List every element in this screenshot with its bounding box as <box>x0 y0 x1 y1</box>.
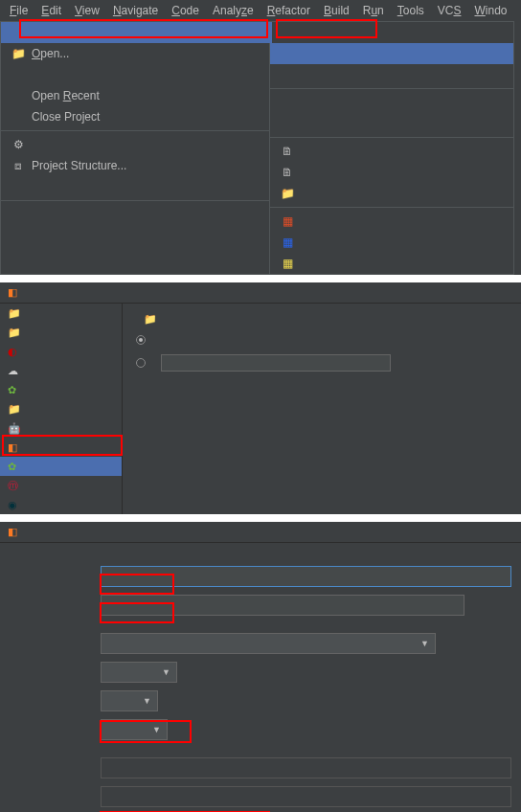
menu-refactor[interactable]: Refactor <box>261 2 316 19</box>
menu-item-from-existing[interactable] <box>270 43 513 64</box>
language-select[interactable]: ▼ <box>101 662 177 683</box>
list-item-intellij-plugin[interactable]: ◧ <box>0 438 122 457</box>
scratch-icon: 🗎 <box>280 166 295 179</box>
menu-item-import-settings[interactable] <box>1 204 272 225</box>
menu-item-other-settings[interactable] <box>1 176 272 197</box>
html-icon: ▦ <box>280 214 295 228</box>
menu-item-project-structure[interactable]: ⧈Project Structure... <box>1 155 272 176</box>
name-value <box>101 786 511 807</box>
menu-screenshot: File Edit View Navigate Code Analyze Ref… <box>0 0 521 275</box>
java-ee-icon: 📁 <box>8 327 21 339</box>
folder-icon: 📁 <box>144 313 157 326</box>
new-project-dialog-1: ◧ 📁 📁 ◐ ☁ ✿ 📁 🤖 ◧ ✿ ⓜ ◉ 📁 <box>0 282 521 514</box>
menu-window[interactable]: Windo <box>468 2 512 19</box>
app-icon: ◧ <box>8 286 17 299</box>
artifact-input[interactable] <box>101 595 464 616</box>
radio-default[interactable] <box>136 335 146 345</box>
menu-tools[interactable]: Tools <box>392 2 430 19</box>
list-item-jboss[interactable]: ◐ <box>0 342 122 361</box>
menu-navigate[interactable]: Navigate <box>107 2 164 19</box>
menu-item-new[interactable] <box>1 22 272 43</box>
folder-icon: 📁 <box>280 187 295 200</box>
file-dropdown: 📁 Open... Open Recent Close Project ⚙ ⧈P… <box>0 21 273 275</box>
menu-item-open-url[interactable] <box>1 64 272 85</box>
menu-item-directory[interactable]: 📁 <box>270 183 513 204</box>
radio-custom[interactable] <box>136 358 146 368</box>
custom-url-input[interactable] <box>161 354 391 372</box>
javaversion-select[interactable]: ▼ <box>101 719 168 740</box>
list-item-gradle[interactable]: ◉ <box>0 495 122 514</box>
list-item-clouds[interactable]: ☁ <box>0 361 122 380</box>
type-select[interactable]: ▼ <box>101 633 436 654</box>
menu-code[interactable]: Code <box>166 2 205 19</box>
chevron-down-icon: ▼ <box>143 696 151 706</box>
section-title <box>0 543 521 562</box>
menu-item-open[interactable]: 📁 Open... <box>1 43 272 64</box>
menu-item-export-settings[interactable] <box>1 225 272 246</box>
menubar: File Edit View Navigate Code Analyze Ref… <box>0 0 521 21</box>
menu-item-js[interactable]: ▦ <box>270 253 513 274</box>
menu-item-project[interactable] <box>270 22 513 43</box>
list-item-android[interactable]: 🤖 <box>0 418 122 438</box>
right-panel: 📁 <box>123 304 521 514</box>
menu-item-open-recent[interactable]: Open Recent <box>1 85 272 106</box>
java-icon: 📁 <box>8 307 21 320</box>
plugin-icon: ◧ <box>8 441 17 454</box>
menu-item-file[interactable]: 🗎 <box>270 141 513 162</box>
gear-icon: ⚙ <box>11 138 26 151</box>
file-icon: 🗎 <box>280 145 295 158</box>
structure-icon: ⧈ <box>11 159 26 172</box>
dialog-title-2: ◧ <box>0 522 521 543</box>
menu-vcs[interactable]: VCS <box>432 2 467 19</box>
app-icon: ◧ <box>8 526 17 538</box>
menu-view[interactable]: View <box>69 2 105 19</box>
new-dropdown: 🗎 🗎 📁 ▦ ▦ ▦ <box>269 21 514 275</box>
jboss-icon: ◐ <box>8 346 17 358</box>
list-item-java[interactable]: 📁 <box>0 304 122 323</box>
js-icon: ▦ <box>280 257 295 270</box>
group-input[interactable] <box>101 566 511 587</box>
menu-item-html[interactable]: ▦ <box>270 211 513 232</box>
dialog-title: ◧ <box>0 282 521 304</box>
menu-run[interactable]: Run <box>357 2 390 19</box>
cloud-icon: ☁ <box>8 365 18 377</box>
list-item-spring[interactable]: ✿ <box>0 380 122 399</box>
list-item-java-ee[interactable]: 📁 <box>0 323 122 342</box>
chevron-down-icon: ▼ <box>152 725 161 734</box>
packaging-select[interactable]: ▼ <box>101 690 158 711</box>
menu-edit[interactable]: Edit <box>35 2 67 19</box>
list-item-spring-initializr[interactable]: ✿ <box>0 457 122 476</box>
gradle-icon: ◉ <box>8 499 17 511</box>
new-project-dialog-2: ◧ ▼ ▼ ▼ ▼ <box>0 522 521 812</box>
css-icon: ▦ <box>280 236 295 249</box>
android-icon: 🤖 <box>8 422 21 435</box>
menu-item-settings-repo[interactable] <box>1 246 272 267</box>
maven-icon: ⓜ <box>8 479 18 493</box>
spring-icon: ✿ <box>8 384 16 396</box>
menu-item-settings[interactable]: ⚙ <box>1 134 272 155</box>
menu-build[interactable]: Build <box>318 2 355 19</box>
list-item-javafx[interactable]: 📁 <box>0 399 122 418</box>
menu-item-stylesheet[interactable]: ▦ <box>270 232 513 253</box>
javafx-icon: 📁 <box>8 403 21 416</box>
project-type-list: 📁 📁 ◐ ☁ ✿ 📁 🤖 ◧ ✿ ⓜ ◉ <box>0 304 123 514</box>
version-value <box>101 757 511 778</box>
menu-item-module-existing[interactable] <box>270 113 513 134</box>
menu-item-from-vcs[interactable] <box>270 64 513 85</box>
chevron-down-icon: ▼ <box>420 639 429 648</box>
menu-item-module[interactable] <box>270 92 513 113</box>
spring-icon: ✿ <box>8 461 16 473</box>
menu-analyze[interactable]: Analyze <box>207 2 260 19</box>
menu-item-scratch[interactable]: 🗎 <box>270 162 513 183</box>
folder-icon: 📁 <box>11 47 26 60</box>
menu-item-close-project[interactable]: Close Project <box>1 106 272 127</box>
menu-file[interactable]: File <box>4 2 34 19</box>
list-item-maven[interactable]: ⓜ <box>0 476 122 495</box>
chevron-down-icon: ▼ <box>162 667 170 677</box>
